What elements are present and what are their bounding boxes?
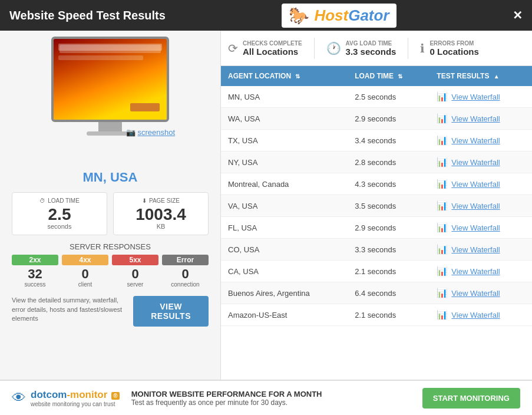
cell-location: CO, USA <box>221 239 348 261</box>
summary-text: View the detailed summary, waterfall, er… <box>12 296 126 323</box>
divider-2 <box>408 38 408 59</box>
table-header: AGENT LOCATION ⇅ LOAD TIME ⇅ TEST RESULT… <box>221 66 532 86</box>
cell-location: Montreal, Canada <box>221 173 348 195</box>
table-row: VA, USA3.5 seconds📊View Waterfall <box>221 195 532 217</box>
cell-waterfall: 📊View Waterfall <box>429 195 532 217</box>
count-2xx: 32 <box>12 267 58 281</box>
page-size-value: 1003.4 <box>120 206 202 223</box>
cell-waterfall: 📊View Waterfall <box>429 108 532 130</box>
table-body: MN, USA2.5 seconds📊View WaterfallWA, USA… <box>221 86 532 326</box>
footer: 👁 dotcom-monitor ® website monitoring yo… <box>0 380 532 415</box>
results-table-wrapper: AGENT LOCATION ⇅ LOAD TIME ⇅ TEST RESULT… <box>221 66 532 380</box>
cell-waterfall: 📊View Waterfall <box>429 217 532 239</box>
checks-info: CHECKS COMPLETE All Locations <box>243 40 302 57</box>
view-waterfall-link[interactable]: View Waterfall <box>451 223 500 232</box>
response-5xx: 5xx 0 server <box>112 255 158 288</box>
view-waterfall-link[interactable]: View Waterfall <box>451 289 500 298</box>
cell-load-time: 3.4 seconds <box>348 130 429 151</box>
cell-location: WA, USA <box>221 108 348 130</box>
cell-location: NY, USA <box>221 151 348 173</box>
view-waterfall-link[interactable]: View Waterfall <box>451 311 500 320</box>
cell-waterfall: 📊View Waterfall <box>429 130 532 151</box>
start-monitoring-button[interactable]: START MONITORING <box>422 388 520 409</box>
col-test-results[interactable]: TEST RESULTS ▲ <box>429 66 532 86</box>
errors-item: ℹ ERRORS FROM 0 Locations <box>420 40 478 57</box>
bar-chart-icon: 📊 <box>437 113 448 124</box>
cell-location: VA, USA <box>221 195 348 217</box>
left-panel: 📷 screenshot MN, USA ⏱ LOAD TIME 2.5 sec… <box>0 31 221 380</box>
logo-text: HostGator <box>314 6 389 25</box>
badge-2xx: 2xx <box>12 255 58 265</box>
footer-monitor-text: MONITOR WEBSITE PERFORMANCE FOR A MONTH … <box>131 390 411 407</box>
eye-icon: 👁 <box>12 390 26 406</box>
type-5xx: server <box>112 281 158 288</box>
avg-load-label: AVG LOAD TIME <box>346 40 396 47</box>
cell-location: CA, USA <box>221 261 348 282</box>
footer-logo-text: dotcom-monitor ® <box>31 388 120 401</box>
table-row: Buenos Aires, Argentina6.4 seconds📊View … <box>221 282 532 304</box>
page-size-label: ⬇ PAGE SIZE <box>120 197 202 204</box>
window-title: Website Speed Test Results <box>9 9 166 22</box>
cell-load-time: 2.1 seconds <box>348 304 429 326</box>
view-waterfall-link[interactable]: View Waterfall <box>451 180 500 189</box>
cell-location: TX, USA <box>221 130 348 151</box>
clock-icon: ⏱ <box>39 197 45 204</box>
right-panel: ⟳ CHECKS COMPLETE All Locations 🕐 AVG LO… <box>221 31 532 380</box>
checks-complete-item: ⟳ CHECKS COMPLETE All Locations <box>228 40 302 57</box>
sort-icon-location: ⇅ <box>295 73 300 80</box>
view-waterfall-link[interactable]: View Waterfall <box>451 267 500 276</box>
view-waterfall-link[interactable]: View Waterfall <box>451 93 500 101</box>
checks-value: All Locations <box>243 47 302 57</box>
cell-waterfall: 📊View Waterfall <box>429 86 532 108</box>
hostgator-logo: 🐎 HostGator <box>282 4 396 28</box>
monitor-stand <box>98 122 122 131</box>
clock-icon: 🕐 <box>326 41 341 55</box>
camera-icon: 📷 <box>126 128 136 137</box>
cell-load-time: 2.8 seconds <box>348 151 429 173</box>
col-location[interactable]: AGENT LOCATION ⇅ <box>221 66 348 86</box>
load-time-unit: seconds <box>18 223 101 230</box>
view-waterfall-link[interactable]: View Waterfall <box>451 245 500 254</box>
sort-icon-results: ▲ <box>494 73 500 80</box>
cell-waterfall: 📊View Waterfall <box>429 151 532 173</box>
view-waterfall-link[interactable]: View Waterfall <box>451 158 500 167</box>
title-bar: Website Speed Test Results 🐎 HostGator ✕ <box>0 0 532 31</box>
table-row: Montreal, Canada4.3 seconds📊View Waterfa… <box>221 173 532 195</box>
view-results-button[interactable]: VIEW RESULTS <box>133 296 209 327</box>
table-row: MN, USA2.5 seconds📊View Waterfall <box>221 86 532 108</box>
bar-chart-icon: 📊 <box>437 288 448 298</box>
page-size-unit: KB <box>120 223 202 230</box>
view-waterfall-link[interactable]: View Waterfall <box>451 136 500 145</box>
cell-waterfall: 📊View Waterfall <box>429 239 532 261</box>
table-row: NY, USA2.8 seconds📊View Waterfall <box>221 151 532 173</box>
divider-1 <box>314 38 315 59</box>
badge-5xx: 5xx <box>112 255 158 265</box>
cell-location: FL, USA <box>221 217 348 239</box>
screenshot-link-area[interactable]: 📷 screenshot <box>126 128 175 137</box>
summary-header: ⟳ CHECKS COMPLETE All Locations 🕐 AVG LO… <box>221 31 532 66</box>
info-icon: ℹ <box>420 41 425 55</box>
table-row: TX, USA3.4 seconds📊View Waterfall <box>221 130 532 151</box>
cell-load-time: 2.5 seconds <box>348 86 429 108</box>
load-time-box: ⏱ LOAD TIME 2.5 seconds <box>12 192 107 235</box>
table-row: Amazon-US-East2.1 seconds📊View Waterfall <box>221 304 532 326</box>
server-responses-title: SERVER RESPONSES <box>70 242 151 251</box>
bar-chart-icon: 📊 <box>437 200 448 211</box>
close-button[interactable]: ✕ <box>513 8 523 22</box>
cell-location: Buenos Aires, Argentina <box>221 282 348 304</box>
count-5xx: 0 <box>112 267 158 281</box>
cell-location: Amazon-US-East <box>221 304 348 326</box>
bar-chart-icon: 📊 <box>437 244 448 255</box>
view-waterfall-link[interactable]: View Waterfall <box>451 202 500 210</box>
bar-chart-icon: 📊 <box>437 266 448 276</box>
badge-error: Error <box>162 255 209 265</box>
screenshot-link[interactable]: screenshot <box>137 128 175 137</box>
footer-logo-sub: website monitoring you can trust <box>31 401 120 407</box>
view-waterfall-link[interactable]: View Waterfall <box>451 114 500 123</box>
col-load-time[interactable]: LOAD TIME ⇅ <box>348 66 429 86</box>
results-table: AGENT LOCATION ⇅ LOAD TIME ⇅ TEST RESULT… <box>221 66 532 326</box>
responses-grid: 2xx 32 success 4xx 0 client 5xx 0 server… <box>12 255 209 288</box>
bar-chart-icon: 📊 <box>437 135 448 146</box>
monitor-preview: 📷 screenshot <box>51 37 169 136</box>
response-error: Error 0 connection <box>162 255 209 288</box>
